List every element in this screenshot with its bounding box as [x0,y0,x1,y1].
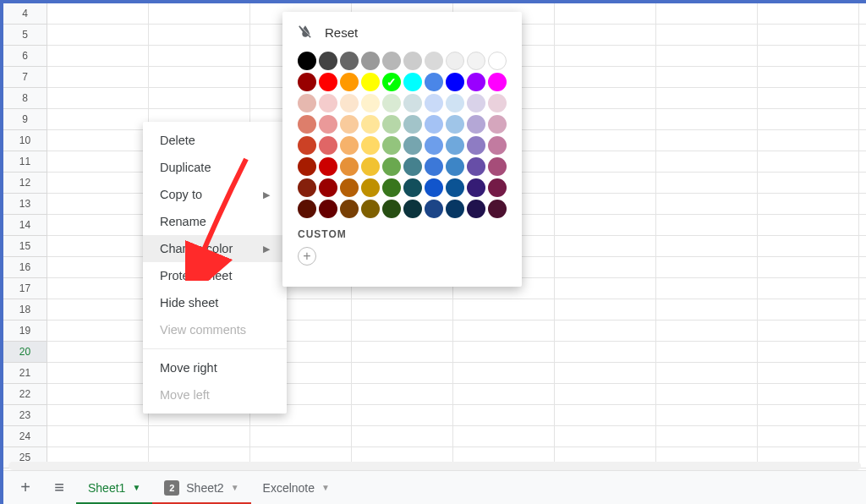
cell[interactable] [656,299,758,320]
color-swatch[interactable] [298,200,316,218]
cell[interactable] [250,426,352,447]
color-swatch[interactable] [446,200,464,218]
menu-item-rename[interactable]: Rename [143,208,287,235]
cell[interactable] [47,130,149,151]
row-header[interactable]: 24 [3,426,47,447]
cell[interactable] [656,257,758,278]
cell[interactable] [859,257,866,278]
cell[interactable] [758,130,859,151]
color-swatch[interactable] [403,136,422,155]
color-swatch[interactable] [319,115,337,134]
cell[interactable] [555,299,656,320]
color-swatch[interactable] [403,200,422,218]
reset-color-button[interactable]: Reset [298,24,507,41]
color-swatch[interactable] [382,73,401,91]
cell[interactable] [555,342,656,363]
cell[interactable] [47,151,149,173]
cell[interactable] [149,46,250,67]
cell[interactable] [859,426,866,447]
cell[interactable] [453,342,555,363]
color-swatch[interactable] [319,178,337,197]
cell[interactable] [47,3,149,25]
row-header[interactable]: 19 [3,320,47,342]
cell[interactable] [352,320,453,342]
cell[interactable] [555,3,656,25]
color-swatch[interactable] [425,178,443,197]
menu-item-delete[interactable]: Delete [143,127,287,154]
cell[interactable] [859,109,866,130]
color-swatch[interactable] [467,157,485,176]
color-swatch[interactable] [403,178,422,197]
row-header[interactable]: 20 [3,342,47,363]
color-swatch[interactable] [361,73,380,91]
color-swatch[interactable] [446,52,464,70]
cell[interactable] [149,25,250,46]
cell[interactable] [656,384,758,405]
color-swatch[interactable] [382,52,401,70]
color-swatch[interactable] [446,136,464,155]
cell[interactable] [758,384,859,405]
cell[interactable] [453,384,555,405]
color-swatch[interactable] [467,178,485,197]
cell[interactable] [859,278,866,299]
color-swatch[interactable] [446,94,464,112]
cell[interactable] [656,3,758,25]
menu-item-change-color[interactable]: Change color▶ [143,235,287,262]
cell[interactable] [555,363,656,384]
color-swatch[interactable] [403,157,422,176]
cell[interactable] [656,109,758,130]
cell[interactable] [656,88,758,109]
cell[interactable] [352,405,453,426]
color-swatch[interactable] [319,52,337,70]
cell[interactable] [47,25,149,46]
color-swatch[interactable] [319,157,337,176]
cell[interactable] [47,278,149,299]
cell[interactable] [555,194,656,215]
row-header[interactable]: 4 [3,3,47,25]
cell[interactable] [859,46,866,67]
cell[interactable] [149,67,250,88]
cell[interactable] [47,88,149,109]
color-swatch[interactable] [298,52,316,70]
row-header[interactable]: 21 [3,363,47,384]
row-header[interactable]: 15 [3,236,47,257]
color-swatch[interactable] [319,200,337,218]
color-swatch[interactable] [361,200,380,218]
cell[interactable] [47,320,149,342]
color-swatch[interactable] [298,178,316,197]
cell[interactable] [758,194,859,215]
color-swatch[interactable] [425,73,443,91]
color-swatch[interactable] [488,178,507,197]
cell[interactable] [758,426,859,447]
cell[interactable] [859,215,866,236]
color-swatch[interactable] [382,94,401,112]
row-header[interactable]: 5 [3,25,47,46]
cell[interactable] [555,215,656,236]
cell[interactable] [555,25,656,46]
color-swatch[interactable] [361,136,380,155]
cell[interactable] [758,46,859,67]
color-swatch[interactable] [382,200,401,218]
row-header[interactable]: 11 [3,151,47,173]
color-swatch[interactable] [488,52,507,70]
cell[interactable] [758,67,859,88]
horizontal-scrollbar[interactable] [8,462,861,470]
color-swatch[interactable] [361,115,380,134]
row-header[interactable]: 12 [3,173,47,194]
cell[interactable] [656,151,758,173]
color-swatch[interactable] [488,136,507,155]
color-swatch[interactable] [340,157,359,176]
color-swatch[interactable] [403,115,422,134]
add-sheet-button[interactable]: + [8,474,42,501]
add-custom-color-button[interactable]: + [298,247,316,266]
color-swatch[interactable] [298,73,316,91]
cell[interactable] [656,363,758,384]
cell[interactable] [352,363,453,384]
color-swatch[interactable] [488,157,507,176]
cell[interactable] [555,46,656,67]
color-swatch[interactable] [446,178,464,197]
all-sheets-button[interactable]: ≡ [42,474,76,501]
cell[interactable] [453,405,555,426]
cell[interactable] [555,426,656,447]
cell[interactable] [352,384,453,405]
